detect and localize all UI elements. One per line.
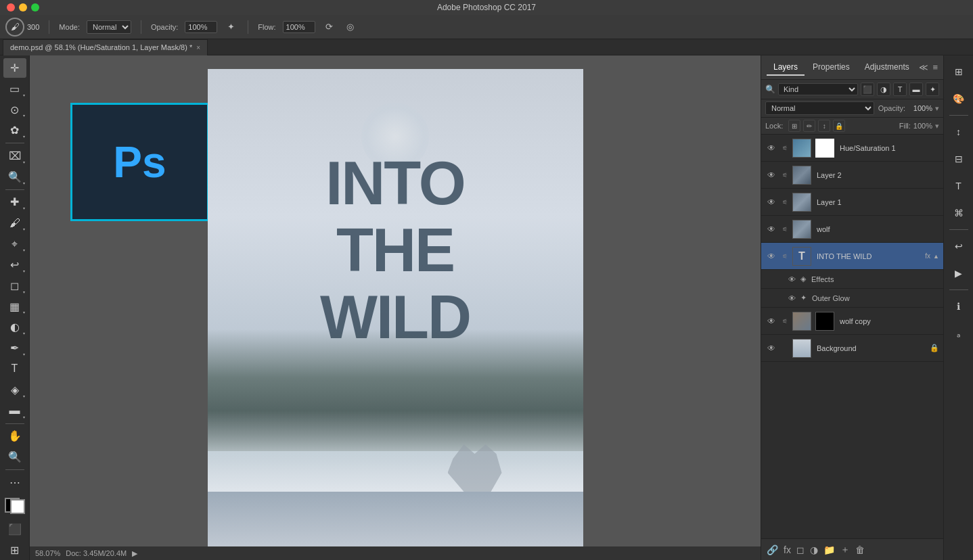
actions-btn[interactable]: ▶ — [947, 261, 971, 285]
gradient-tool[interactable]: ▦▾ — [3, 297, 26, 317]
layer-eye-text[interactable]: 👁 — [765, 250, 777, 262]
add-mask-btn[interactable]: ◻ — [796, 544, 805, 556]
add-layer-btn[interactable]: ＋ — [840, 544, 850, 556]
maximize-button[interactable] — [31, 3, 39, 11]
shape-filter-btn[interactable]: ▬ — [909, 83, 923, 96]
shape-tool[interactable]: ▬▾ — [3, 401, 26, 421]
delete-layer-btn[interactable]: 🗑 — [855, 544, 865, 556]
layer-thumb-text: T — [792, 247, 811, 266]
move-tool[interactable]: ✛ — [3, 58, 26, 78]
layer-item-background[interactable]: 👁 Background 🔒 — [761, 335, 943, 362]
brush-tool-icon-wrap: 🖌 300 — [5, 18, 39, 37]
fx-icon[interactable]: fx — [925, 252, 930, 260]
crop-tool[interactable]: ⌧▾ — [3, 146, 26, 166]
pressure-btn[interactable]: ◎ — [343, 20, 357, 33]
smoothing-btn[interactable]: ⟳ — [322, 20, 336, 33]
canvas-main[interactable]: INTO THE WILD — [208, 69, 583, 559]
layer-eye-wolf[interactable]: 👁 — [765, 223, 777, 235]
layer-eye-wolf-copy[interactable]: 👁 — [765, 315, 777, 327]
lock-all-btn[interactable]: ↕ — [818, 120, 830, 132]
add-adjustment-btn[interactable]: ◑ — [810, 544, 818, 556]
background-color[interactable] — [10, 499, 25, 514]
layer-item-text[interactable]: 👁 ⚟ T INTO THE WILD fx ▲ — [761, 243, 943, 270]
dodge-tool[interactable]: ◐▾ — [3, 317, 26, 337]
divider1 — [49, 20, 49, 34]
layer-eye-hue[interactable]: 👁 — [765, 142, 777, 154]
lasso-tool[interactable]: ⊙▾ — [3, 100, 26, 120]
tab-adjustments[interactable]: Adjustments — [858, 60, 916, 76]
airbrush-btn[interactable]: ✦ — [224, 20, 238, 33]
info-btn[interactable]: ℹ — [947, 294, 971, 319]
pen-tool[interactable]: ✒▾ — [3, 338, 26, 358]
flow-input[interactable] — [283, 21, 315, 33]
smart-filter-btn[interactable]: ✦ — [926, 83, 939, 96]
layer-item-hue-saturation[interactable]: 👁 ⚟ Hue/Saturation 1 — [761, 135, 943, 162]
layer-eye-background[interactable]: 👁 — [765, 342, 777, 354]
screen-mode-btn[interactable]: ⊞ — [3, 540, 26, 560]
minimize-button[interactable] — [19, 3, 27, 11]
layer-item-layer1[interactable]: 👁 ⚟ Layer 1 — [761, 189, 943, 216]
marquee-tool[interactable]: ▭▾ — [3, 79, 26, 99]
expand-icon[interactable]: ▲ — [933, 253, 939, 260]
history-btn[interactable]: ↩ — [947, 234, 971, 258]
add-group-btn[interactable]: 📁 — [823, 544, 835, 556]
hand-tool[interactable]: ✋ — [3, 426, 26, 446]
arrow-btn[interactable]: ▶ — [132, 549, 137, 558]
type-tools-btn[interactable]: ₐ — [947, 321, 971, 346]
panel-collapse-btn[interactable]: ≪ — [919, 62, 928, 72]
divider2 — [141, 20, 141, 34]
brush-icon[interactable]: 🖌 — [5, 18, 24, 37]
color-panel-btn[interactable]: 🎨 — [947, 87, 971, 111]
blend-mode-select[interactable]: Normal — [765, 101, 874, 115]
quick-select-tool[interactable]: ✿▾ — [3, 120, 26, 140]
tab-close-icon[interactable]: × — [196, 44, 200, 51]
outer-glow-eye[interactable]: 👁 — [786, 292, 798, 304]
panel-menu-btn[interactable]: ≡ — [932, 62, 938, 72]
brush-tool[interactable]: 🖌▾ — [3, 213, 26, 233]
transform-btn[interactable]: ↕ — [947, 120, 971, 144]
fr-sep3 — [949, 289, 968, 290]
layer-eye-layer2[interactable]: 👁 — [765, 169, 777, 181]
lock-position-btn[interactable]: ✏ — [803, 120, 815, 132]
mode-select[interactable]: Normal — [87, 20, 131, 34]
align-btn[interactable]: ⊟ — [947, 147, 971, 171]
history-brush-tool[interactable]: ↩▾ — [3, 255, 26, 275]
layer-item-wolf-copy[interactable]: 👁 ⚟ wolf copy — [761, 308, 943, 335]
link-layers-btn[interactable]: 🔗 — [767, 544, 778, 556]
text-filter-btn[interactable]: T — [893, 83, 907, 96]
tab-properties[interactable]: Properties — [806, 60, 857, 76]
layers-panel-btn[interactable]: ⊞ — [947, 60, 971, 84]
text-tool[interactable]: T — [3, 359, 26, 379]
lock-pixels-btn[interactable]: ⊞ — [788, 120, 800, 132]
layer-eye-layer1[interactable]: 👁 — [765, 196, 777, 208]
fill-dropdown-icon[interactable]: ▾ — [935, 122, 939, 131]
fill-label: Fill: — [899, 122, 911, 130]
healing-brush-tool[interactable]: ✚▾ — [3, 193, 26, 212]
layer-item-layer2[interactable]: 👁 ⚟ Layer 2 — [761, 162, 943, 189]
color-picker[interactable] — [3, 496, 26, 516]
char-panel-btn[interactable]: ⌘ — [947, 201, 971, 225]
opacity-dropdown-icon[interactable]: ▾ — [935, 104, 939, 113]
eraser-tool[interactable]: ◻▾ — [3, 276, 26, 296]
eyedropper-tool[interactable]: 🔍▾ — [3, 167, 26, 187]
text-panel-btn[interactable]: T — [947, 174, 971, 198]
close-button[interactable] — [7, 3, 15, 11]
add-fx-btn[interactable]: fx — [784, 544, 791, 556]
lock-transparency-btn[interactable]: 🔒 — [833, 120, 845, 132]
file-tab[interactable]: demo.psd @ 58.1% (Hue/Saturation 1, Laye… — [3, 39, 208, 55]
effects-sublayer[interactable]: 👁 ◈ Effects — [761, 270, 943, 289]
effects-eye[interactable]: 👁 — [786, 273, 798, 285]
layer-item-wolf[interactable]: 👁 ⚟ wolf — [761, 216, 943, 243]
adjust-filter-btn[interactable]: ◑ — [877, 83, 890, 96]
tab-layers[interactable]: Layers — [767, 60, 805, 76]
kind-select[interactable]: Kind — [778, 83, 858, 95]
quick-mask-btn[interactable]: ⬛ — [3, 519, 26, 539]
clone-stamp-tool[interactable]: ⌖▾ — [3, 234, 26, 254]
layer-chain-wolf-copy: ⚟ — [780, 317, 790, 326]
outer-glow-sublayer[interactable]: 👁 ✦ Outer Glow — [761, 289, 943, 308]
path-select-tool[interactable]: ◈▾ — [3, 380, 26, 400]
pixel-filter-btn[interactable]: ⬛ — [861, 83, 874, 96]
zoom-tool[interactable]: 🔍 — [3, 447, 26, 467]
extra-tools[interactable]: ⋯ — [3, 473, 26, 492]
opacity-input[interactable] — [185, 21, 217, 33]
